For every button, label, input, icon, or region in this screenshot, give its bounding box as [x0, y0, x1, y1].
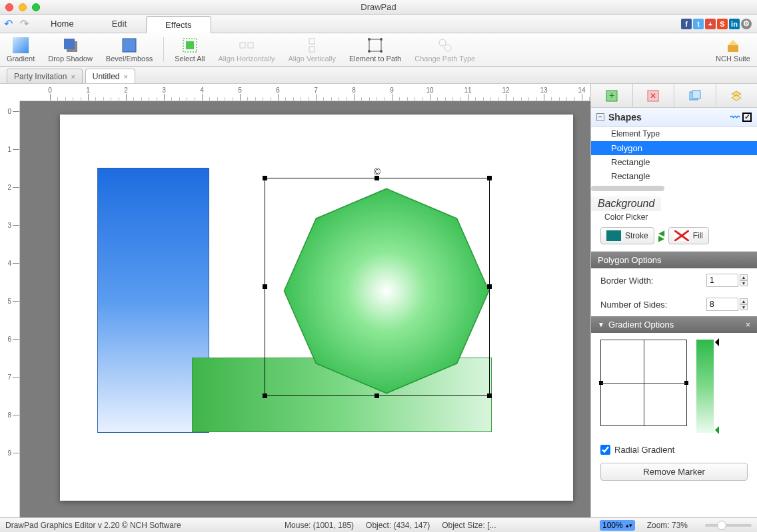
gradient-position-grid[interactable]	[600, 340, 687, 426]
resize-handle-ne[interactable]	[487, 176, 492, 180]
layer-order-button[interactable]	[716, 84, 758, 107]
close-icon[interactable]: ×	[746, 320, 750, 330]
ribbon-label: NCH Suite	[716, 55, 750, 63]
menu-tab-home[interactable]: Home	[32, 15, 93, 33]
doctab-party-invitation[interactable]: Party Invitation ×	[7, 69, 83, 83]
border-width-field[interactable]	[706, 274, 738, 287]
svg-rect-17	[728, 45, 738, 52]
svg-rect-0	[13, 37, 29, 53]
shapes-item-rectangle-2[interactable]: Rectangle	[591, 169, 757, 183]
undo-button[interactable]: ↶	[0, 15, 16, 33]
zoom-slider[interactable]	[705, 524, 752, 527]
border-width-input[interactable]: ▲▼	[706, 274, 748, 287]
gradient-preview[interactable]	[696, 340, 714, 433]
align-v-button: Align Vertically	[281, 33, 343, 66]
radial-gradient-row[interactable]: Radial Gradient	[591, 439, 757, 460]
svg-point-16	[444, 45, 451, 51]
add-layer-button[interactable]: +	[591, 84, 633, 107]
sides-field[interactable]	[706, 298, 738, 311]
document-tabs: Party Invitation × Untitled ×	[0, 67, 757, 84]
doctab-untitled[interactable]: Untitled ×	[85, 69, 135, 83]
gear-icon[interactable]: ⚙	[741, 19, 752, 29]
linkedin-icon[interactable]: in	[729, 19, 740, 29]
sides-label: Number of Sides:	[600, 300, 667, 310]
delete-layer-button[interactable]: ✕	[633, 84, 675, 107]
nch-suite-button[interactable]: NCH Suite	[709, 33, 757, 66]
radial-checkbox[interactable]	[600, 445, 610, 455]
close-icon[interactable]: ×	[124, 73, 128, 81]
facebook-icon[interactable]: f	[681, 19, 692, 29]
remove-marker-button[interactable]: Remove Marker	[600, 463, 748, 481]
ribbon: Gradient Drop Shadow Bevel/Emboss Select…	[0, 33, 757, 67]
curve-icon[interactable]: 〰	[730, 112, 740, 123]
drop-shadow-button[interactable]: Drop Shadow	[41, 33, 99, 66]
duplicate-layer-button[interactable]	[674, 84, 716, 107]
swap-colors-button[interactable]: ◀▶	[658, 230, 664, 241]
gradient-button[interactable]: Gradient	[0, 33, 41, 66]
resize-handle-s[interactable]	[375, 394, 379, 398]
resize-handle-sw[interactable]	[263, 394, 267, 398]
bevel-icon	[121, 37, 137, 53]
stroke-swatch	[606, 230, 621, 241]
menu-strip: ↶ ↷ Home Edit Effects f t + S in ⚙	[0, 15, 757, 33]
resize-handle-se[interactable]	[487, 394, 492, 398]
svg-point-14	[380, 50, 382, 53]
align-h-icon	[239, 37, 255, 53]
bevel-button[interactable]: Bevel/Emboss	[99, 33, 159, 66]
select-all-button[interactable]: Select All	[168, 33, 211, 66]
stroke-color-button[interactable]: Stroke	[600, 227, 654, 244]
status-bar: DrawPad Graphics Editor v 2.20 © NCH Sof…	[0, 517, 757, 532]
grad-handle-left[interactable]	[599, 381, 603, 385]
grad-handle-right[interactable]	[684, 381, 688, 385]
shapes-panel-header[interactable]: − Shapes 〰 ✓	[591, 108, 757, 127]
select-all-icon	[182, 37, 198, 53]
selection-bounding-box[interactable]: ©	[265, 178, 490, 396]
spinner-up-icon[interactable]: ▲	[740, 274, 748, 280]
resize-handle-e[interactable]	[487, 284, 492, 289]
fill-color-button[interactable]: Fill	[668, 227, 709, 244]
align-v-icon	[304, 37, 320, 53]
element-to-path-button[interactable]: Element to Path	[343, 33, 408, 66]
spinner-down-icon[interactable]: ▼	[740, 280, 748, 286]
canvas-page[interactable]: ©	[60, 115, 573, 501]
gradient-marker-top[interactable]	[711, 338, 719, 346]
collapse-icon[interactable]: −	[596, 113, 604, 121]
shapes-item-polygon[interactable]: Polygon	[591, 141, 757, 155]
gradient-icon	[13, 37, 29, 53]
svg-rect-5	[186, 41, 194, 49]
canvas-viewport[interactable]: ©	[20, 101, 590, 517]
status-object-size: Object Size: [...	[442, 521, 496, 530]
resize-handle-n[interactable]	[375, 176, 379, 180]
scrollbar-thumb[interactable]	[591, 186, 664, 191]
window-title: DrawPad	[0, 2, 757, 12]
stumble-icon[interactable]: S	[717, 19, 728, 29]
shadow-icon	[63, 37, 79, 53]
zoom-select[interactable]: 100%▴▾	[600, 520, 635, 531]
svg-rect-24	[692, 91, 700, 99]
twitter-icon[interactable]: t	[693, 19, 704, 29]
svg-rect-6	[240, 43, 245, 48]
gplus-icon[interactable]: +	[705, 19, 716, 29]
zoom-slider-thumb[interactable]	[717, 521, 726, 530]
gradient-options-header[interactable]: ▼ Gradient Options ×	[591, 316, 757, 333]
svg-rect-7	[248, 43, 253, 48]
close-icon[interactable]: ×	[71, 73, 75, 81]
checkbox-icon[interactable]: ✓	[742, 113, 752, 122]
social-icons: f t + S in ⚙	[681, 15, 757, 33]
menu-tab-effects[interactable]: Effects	[146, 16, 211, 33]
menu-tab-edit[interactable]: Edit	[93, 15, 146, 33]
spinner-down-icon[interactable]: ▼	[740, 304, 748, 310]
sides-input[interactable]: ▲▼	[706, 298, 748, 311]
status-object: Object: (434, 147)	[366, 521, 430, 530]
spinner-up-icon[interactable]: ▲	[740, 298, 748, 304]
redo-button[interactable]: ↷	[16, 15, 32, 33]
gradient-marker-bottom[interactable]	[711, 426, 719, 434]
shapes-list: Element Type Polygon Rectangle Rectangle	[591, 127, 757, 194]
shapes-title: Shapes	[608, 112, 642, 123]
zoom-label: Zoom: 73%	[647, 521, 688, 530]
shapes-item-rectangle-1[interactable]: Rectangle	[591, 155, 757, 169]
resize-handle-w[interactable]	[263, 284, 267, 289]
section-title: Gradient Options	[608, 320, 674, 330]
chevron-updown-icon: ▴▾	[626, 522, 632, 529]
resize-handle-nw[interactable]	[263, 176, 267, 180]
